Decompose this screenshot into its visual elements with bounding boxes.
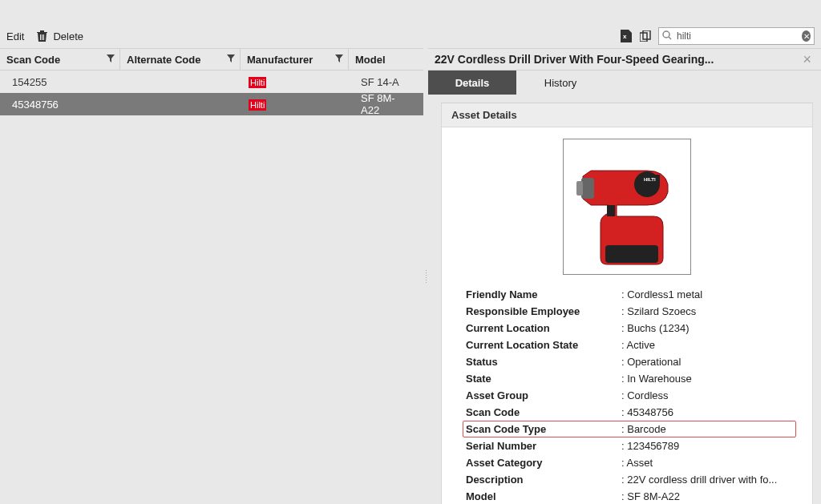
- svg-rect-2: [43, 34, 44, 40]
- svg-text:x: x: [623, 33, 627, 40]
- table-row[interactable]: 154255HiltiSF 14-A: [0, 71, 423, 93]
- detail-label: State: [466, 373, 621, 385]
- detail-label: Description: [466, 474, 621, 486]
- asset-image: HILTI: [563, 139, 691, 275]
- col-header-label: Manufacturer: [247, 54, 313, 66]
- detail-value: : In Warehouse: [621, 373, 793, 385]
- svg-rect-1: [42, 34, 42, 40]
- detail-row: Responsible Employee: Szilard Szoecs: [466, 303, 793, 320]
- hilti-badge: Hilti: [249, 99, 266, 111]
- detail-value: : Buchs (1234): [621, 322, 793, 334]
- svg-rect-14: [607, 205, 615, 216]
- toolbar: Edit Delete x ✕: [0, 24, 821, 48]
- detail-value: : 22V cordless drill driver with fo...: [621, 474, 793, 486]
- detail-value: : Cordless: [621, 389, 793, 401]
- detail-row: Current Location: Buchs (1234): [466, 320, 793, 337]
- tab-history[interactable]: History: [516, 71, 605, 95]
- detail-row: Friendly Name: Cordless1 metal: [466, 286, 793, 303]
- close-icon[interactable]: ×: [799, 51, 815, 68]
- detail-row: State: In Warehouse: [466, 370, 793, 387]
- detail-label: Current Location State: [466, 339, 621, 351]
- svg-line-7: [669, 37, 671, 39]
- detail-value: : 123456789: [621, 440, 793, 452]
- delete-button[interactable]: Delete: [53, 30, 83, 42]
- col-header-model[interactable]: Model: [349, 49, 423, 70]
- svg-rect-10: [581, 178, 594, 199]
- detail-row: Asset Group: Cordless: [466, 387, 793, 404]
- svg-rect-8: [605, 245, 658, 263]
- detail-row: Asset Category: Asset: [466, 454, 793, 471]
- detail-value: : SF 8M-A22: [621, 490, 793, 502]
- detail-row: Description: 22V cordless drill driver w…: [466, 471, 793, 488]
- detail-value: : Active: [621, 339, 793, 351]
- cell-manufacturer: Hilti: [242, 99, 354, 111]
- copy-icon[interactable]: [639, 30, 652, 42]
- detail-value: : Operational: [621, 356, 793, 368]
- cell-scan-code: 154255: [0, 76, 124, 88]
- col-header-manufacturer[interactable]: Manufacturer: [241, 49, 349, 70]
- detail-row: Serial Number: 123456789: [466, 437, 793, 454]
- detail-title: 22V Cordless Drill Driver With Four-Spee…: [435, 53, 799, 66]
- detail-label: Status: [466, 356, 621, 368]
- search-input[interactable]: [677, 30, 797, 42]
- cell-manufacturer: Hilti: [242, 76, 354, 88]
- detail-label: Scan Code Type: [466, 423, 621, 435]
- edit-button[interactable]: Edit: [6, 30, 24, 42]
- table-header: Scan Code Alternate Code Manufacturer Mo…: [0, 48, 423, 71]
- svg-rect-11: [576, 181, 583, 196]
- search-icon: [662, 30, 672, 42]
- svg-rect-0: [40, 34, 41, 40]
- detail-label: Scan Code: [466, 406, 621, 418]
- detail-value: : Barcode: [621, 423, 793, 435]
- svg-point-6: [663, 31, 669, 38]
- filter-icon[interactable]: [335, 54, 343, 64]
- col-header-label: Scan Code: [6, 54, 60, 66]
- export-xls-icon[interactable]: x: [620, 30, 633, 42]
- col-header-alternate-code[interactable]: Alternate Code: [120, 49, 241, 70]
- search-box[interactable]: ✕: [658, 27, 815, 45]
- trash-icon: [35, 30, 48, 42]
- detail-row: Scan Code: 45348756: [466, 404, 793, 421]
- col-header-scan-code[interactable]: Scan Code: [0, 49, 120, 70]
- cell-model: SF 14-A: [354, 76, 423, 88]
- col-header-label: Model: [355, 54, 386, 66]
- detail-row: Scan Code Type: Barcode: [463, 421, 796, 437]
- detail-label: Friendly Name: [466, 288, 621, 300]
- filter-icon[interactable]: [227, 54, 235, 64]
- col-header-label: Alternate Code: [127, 54, 200, 66]
- detail-row: Status: Operational: [466, 353, 793, 370]
- cell-model: SF 8M-A22: [354, 92, 423, 116]
- card-title: Asset Details: [442, 103, 812, 127]
- detail-label: Asset Group: [466, 389, 621, 401]
- detail-value: : Cordless1 metal: [621, 288, 793, 300]
- detail-row: Current Location State: Active: [466, 337, 793, 353]
- detail-value: : Asset: [621, 457, 793, 469]
- svg-text:HILTI: HILTI: [644, 177, 656, 182]
- tab-details[interactable]: Details: [428, 71, 516, 95]
- detail-label: Responsible Employee: [466, 305, 621, 317]
- detail-value: : 45348756: [621, 406, 793, 418]
- detail-label: Model: [466, 490, 621, 502]
- detail-row: Model: SF 8M-A22: [466, 488, 793, 504]
- table-row[interactable]: 45348756HiltiSF 8M-A22: [0, 93, 423, 115]
- asset-table: Scan Code Alternate Code Manufacturer Mo…: [0, 48, 423, 504]
- cell-scan-code: 45348756: [0, 99, 124, 111]
- clear-search-icon[interactable]: ✕: [802, 30, 811, 42]
- detail-value: : Szilard Szoecs: [621, 305, 793, 317]
- detail-label: Current Location: [466, 322, 621, 334]
- detail-label: Asset Category: [466, 457, 621, 469]
- detail-label: Serial Number: [466, 440, 621, 452]
- filter-icon[interactable]: [107, 54, 115, 64]
- hilti-badge: Hilti: [249, 77, 266, 88]
- detail-panel: 22V Cordless Drill Driver With Four-Spee…: [428, 48, 821, 504]
